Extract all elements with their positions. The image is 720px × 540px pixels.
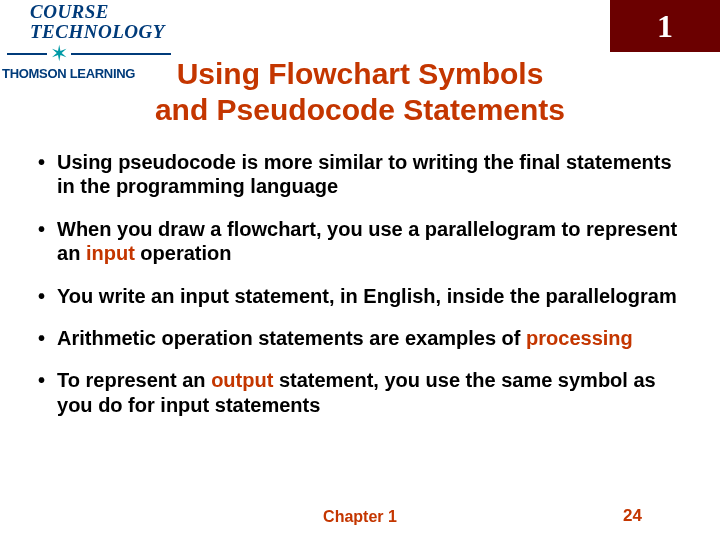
- bullet-pre: You write an input statement, in English…: [57, 285, 677, 307]
- page-number: 24: [623, 506, 642, 526]
- bullet-list: • Using pseudocode is more similar to wr…: [38, 150, 680, 435]
- bullet-hl: input: [86, 242, 135, 264]
- list-item: • Using pseudocode is more similar to wr…: [38, 150, 680, 199]
- bullet-hl: output: [211, 369, 273, 391]
- bullet-pre: Arithmetic operation statements are exam…: [57, 327, 526, 349]
- list-item: • To represent an output statement, you …: [38, 368, 680, 417]
- bullet-icon: •: [38, 150, 45, 199]
- bullet-icon: •: [38, 284, 45, 308]
- list-item: • When you draw a flowchart, you use a p…: [38, 217, 680, 266]
- logo-line1: COURSE: [30, 2, 109, 21]
- bullet-icon: •: [38, 217, 45, 266]
- logo-line2: TECHNOLOGY: [30, 22, 165, 41]
- bullet-icon: •: [38, 326, 45, 350]
- bullet-pre: Using pseudocode is more similar to writ…: [57, 151, 672, 197]
- footer: Chapter 1: [0, 508, 720, 526]
- bullet-hl: processing: [526, 327, 633, 349]
- bullet-post: operation: [135, 242, 232, 264]
- chapter-badge: 1: [610, 0, 720, 52]
- list-item: • You write an input statement, in Engli…: [38, 284, 680, 308]
- bullet-icon: •: [38, 368, 45, 417]
- title-line2: and Pseudocode Statements: [155, 93, 565, 126]
- title-line1: Using Flowchart Symbols: [177, 57, 544, 90]
- footer-chapter: Chapter 1: [323, 508, 397, 526]
- list-item: • Arithmetic operation statements are ex…: [38, 326, 680, 350]
- slide-title: Using Flowchart Symbols and Pseudocode S…: [0, 56, 720, 128]
- bullet-pre: To represent an: [57, 369, 211, 391]
